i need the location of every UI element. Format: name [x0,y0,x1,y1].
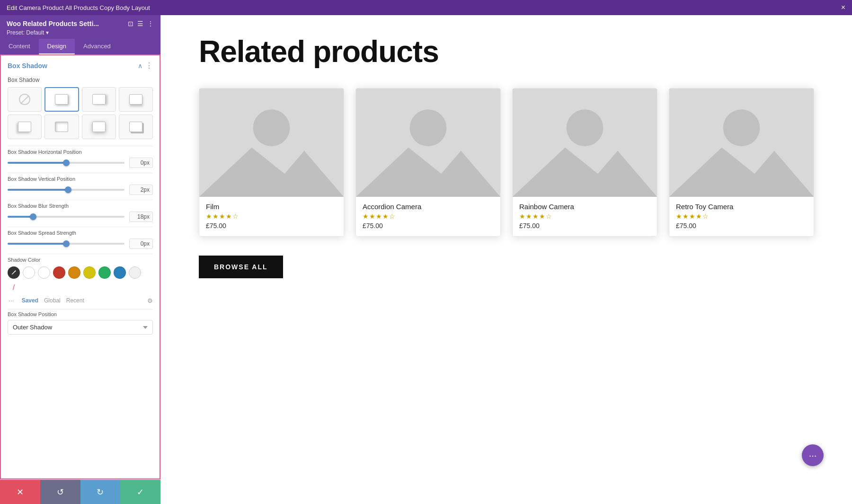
swatch-white-2[interactable] [38,266,50,279]
product-card-rainbow[interactable]: Rainbow Camera ★★★★☆ £75.00 [512,88,657,237]
shadow-option-corner[interactable] [119,115,153,139]
product-name-rainbow: Rainbow Camera [519,203,650,211]
blur-value[interactable]: 18px [129,212,153,222]
horizontal-slider-control: 0px [8,158,153,168]
shadow-option-bottom-right[interactable] [119,87,153,112]
shadow-option-right[interactable] [82,87,116,112]
close-button[interactable]: × [841,4,845,11]
swatch-blue[interactable] [114,266,126,279]
section-header: Box Shadow ∧ ⋮ [1,55,160,75]
horizontal-slider-track[interactable] [8,162,124,164]
vertical-value[interactable]: 2px [129,185,153,195]
swatch-green[interactable] [98,266,111,279]
shadow-style-grid [1,87,160,146]
panel-content: Box Shadow ∧ ⋮ Box Shadow [0,54,160,479]
main-layout: Woo Related Products Setti... ⊡ ☰ ⋮ Pres… [0,15,852,504]
product-price-film: £75.00 [206,222,337,230]
swatch-light[interactable] [129,266,141,279]
outer-shadow-icon [55,94,68,105]
vertical-slider-control: 2px [8,185,153,195]
shadow-color-label: Shadow Color [8,257,153,263]
vertical-label: Box Shadow Vertical Position [8,176,153,182]
color-sub-tabs: ··· Saved Global Recent ⚙ [8,297,153,304]
preview-area: Related products Film ★★★★☆ £75.00 [161,15,852,504]
spread-value[interactable]: 0px [129,239,153,249]
floating-action-button[interactable]: ··· [802,444,824,466]
product-name-retro: Retro Toy Camera [676,203,807,211]
right-shadow-icon [92,94,106,105]
tab-design[interactable]: Design [39,39,75,54]
product-grid: Film ★★★★☆ £75.00 Accordion Camera [199,88,814,237]
undo-button[interactable]: ↺ [40,480,80,504]
swatch-white-1[interactable] [23,266,35,279]
collapse-button[interactable]: ∧ [138,62,142,70]
shadow-option-wide[interactable] [82,115,116,139]
swatch-yellow[interactable] [83,266,96,279]
product-card-retro[interactable]: Retro Toy Camera ★★★★☆ £75.00 [669,88,814,237]
product-price-retro: £75.00 [676,222,807,230]
more-options-icon[interactable]: ⋮ [147,20,154,27]
blur-slider-track[interactable] [8,216,124,218]
product-card-accordion[interactable]: Accordion Camera ★★★★☆ £75.00 [355,88,501,237]
section-menu-button[interactable]: ⋮ [145,61,153,70]
eyedropper-button[interactable] [8,266,20,279]
saved-tab[interactable]: Saved [22,297,38,304]
vertical-slider-thumb[interactable] [65,186,71,193]
product-info-accordion: Accordion Camera ★★★★☆ £75.00 [356,197,500,236]
cancel-button[interactable]: ✕ [0,480,40,504]
svg-point-0 [12,274,13,275]
shadow-option-none[interactable] [8,87,42,112]
product-stars-retro: ★★★★☆ [676,212,807,220]
shadow-color-section: Shadow Color [1,254,160,309]
bottom-right-shadow-icon [129,94,142,105]
product-image-rainbow [513,88,657,197]
shadow-option-inset[interactable] [44,115,79,139]
product-info-retro: Retro Toy Camera ★★★★☆ £75.00 [669,197,814,236]
product-info-film: Film ★★★★☆ £75.00 [199,197,344,236]
horizontal-value[interactable]: 0px [129,158,153,168]
position-label: Box Shadow Position [8,311,153,317]
spread-slider-thumb[interactable] [63,240,70,247]
no-shadow-icon [19,94,30,105]
product-price-rainbow: £75.00 [519,222,650,230]
product-image-retro [669,88,814,197]
position-select[interactable]: Outer Shadow Inner Shadow [8,320,153,335]
swatch-orange[interactable] [68,266,80,279]
bottom-left-shadow-icon [18,122,31,132]
product-name-accordion: Accordion Camera [363,203,494,211]
fab-icon: ··· [809,450,817,461]
global-tab[interactable]: Global [44,297,61,304]
product-name-film: Film [206,203,337,211]
tab-content[interactable]: Content [0,39,39,54]
bottom-bar: ✕ ↺ ↻ ✓ [0,479,160,504]
responsive-icon[interactable]: ⊡ [128,20,133,27]
browse-all-button[interactable]: BROWSE ALL [199,256,283,278]
color-settings-icon[interactable]: ⚙ [147,297,153,304]
swatch-red[interactable] [53,266,65,279]
sidebar-title-row: Woo Related Products Setti... ⊡ ☰ ⋮ [7,20,154,27]
product-image-accordion [356,88,500,197]
product-card-film[interactable]: Film ★★★★☆ £75.00 [199,88,344,237]
vertical-slider-track[interactable] [8,189,124,191]
tab-advanced[interactable]: Advanced [75,39,119,54]
inset-shadow-icon [55,122,68,132]
redo-button[interactable]: ↻ [80,480,121,504]
horizontal-slider-fill [8,162,66,164]
shadow-option-bottom-left[interactable] [8,115,42,139]
color-picker-button[interactable]: / [8,282,20,294]
save-button[interactable]: ✓ [120,480,160,504]
shadow-option-outer[interactable] [44,87,79,112]
blur-slider-thumb[interactable] [30,213,36,220]
wide-shadow-icon [92,122,106,132]
recent-tab[interactable]: Recent [66,297,84,304]
title-bar: Edit Camera Product All Products Copy Bo… [0,0,852,15]
horizontal-position-row: Box Shadow Horizontal Position 0px [1,146,160,173]
horizontal-slider-thumb[interactable] [63,159,70,166]
product-info-rainbow: Rainbow Camera ★★★★☆ £75.00 [513,197,657,236]
dots-icon: ··· [9,297,14,304]
spread-slider-track[interactable] [8,243,124,245]
blur-slider-fill [8,216,33,218]
layout-icon[interactable]: ☰ [137,20,143,27]
preset-dropdown[interactable]: Preset: Default ▾ [7,29,154,36]
svg-point-10 [567,109,604,146]
